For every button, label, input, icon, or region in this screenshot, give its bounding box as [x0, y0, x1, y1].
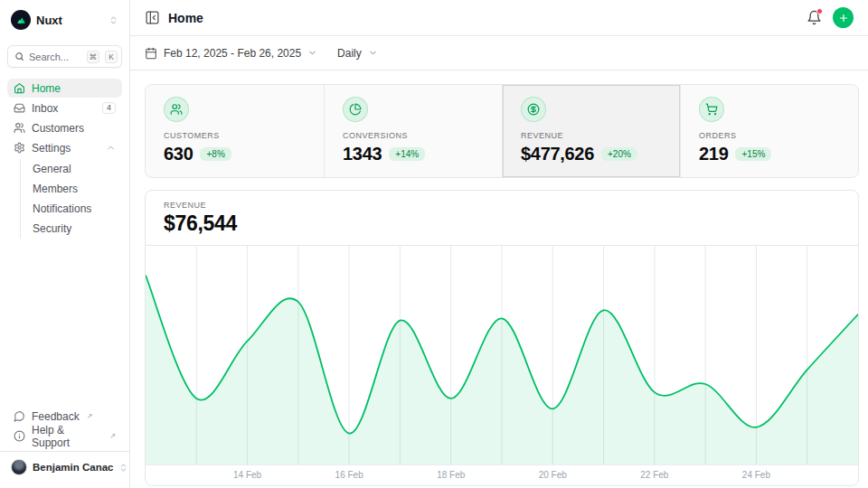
stat-value: 1343 — [343, 144, 382, 164]
stat-label: CUSTOMERS — [164, 131, 306, 140]
chevron-down-icon — [368, 48, 378, 58]
topbar: Home — [130, 0, 868, 36]
gear-icon — [14, 142, 25, 154]
external-link-icon: ↗ — [87, 412, 93, 420]
sidebar-footer: Feedback ↗ Help & Support ↗ Benjamin Can… — [7, 407, 122, 488]
home-icon — [14, 82, 25, 94]
cart-icon — [699, 97, 724, 122]
workspace-name: Nuxt — [36, 14, 62, 27]
stat-value: 630 — [164, 144, 193, 164]
search-input[interactable]: Search... ⌘ K — [7, 45, 122, 68]
stat-value: $477,626 — [521, 144, 594, 164]
workspace-selector[interactable]: Nuxt — [7, 7, 122, 33]
revenue-chart-svg — [146, 246, 858, 465]
x-axis-label: 20 Feb — [539, 470, 567, 480]
add-button[interactable] — [833, 7, 854, 28]
x-axis-label: 24 Feb — [742, 470, 770, 480]
date-range-picker[interactable]: Feb 12, 2025 - Feb 26, 2025 — [145, 47, 317, 60]
dashboard-content: CUSTOMERS 630 +8% CONVERSIONS 1343 +14% — [130, 70, 868, 488]
kbd-cmd: ⌘ — [87, 51, 100, 63]
stat-card-revenue[interactable]: REVENUE $477,626 +20% — [502, 85, 680, 177]
filters-toolbar: Feb 12, 2025 - Feb 26, 2025 Daily — [130, 36, 868, 70]
stat-label: ORDERS — [699, 131, 840, 140]
sidebar-item-general[interactable]: General — [21, 159, 122, 179]
chevron-up-icon — [106, 143, 116, 153]
stat-label: CONVERSIONS — [343, 131, 484, 140]
stat-delta-badge: +20% — [601, 147, 637, 161]
x-axis-label: 18 Feb — [437, 470, 465, 480]
sidebar-item-security[interactable]: Security — [21, 219, 122, 239]
message-icon — [14, 410, 25, 422]
external-link-icon: ↗ — [109, 432, 116, 440]
chevron-down-icon — [307, 48, 317, 58]
calendar-icon — [145, 47, 157, 60]
users-icon — [164, 97, 189, 122]
sidebar-nav: Home Inbox 4 Customers Settings — [7, 79, 122, 239]
x-axis-label: 16 Feb — [335, 470, 363, 480]
footer-link-label: Feedback — [32, 410, 80, 423]
search-placeholder: Search... — [29, 52, 81, 62]
help-support-link[interactable]: Help & Support ↗ — [7, 427, 122, 446]
sidebar-item-members[interactable]: Members — [21, 179, 122, 199]
period-label: Daily — [337, 47, 362, 60]
sidebar-item-customers[interactable]: Customers — [7, 118, 122, 137]
settings-subnav: General Members Notifications Security — [20, 159, 122, 239]
stat-delta-badge: +8% — [200, 147, 231, 161]
stat-card-orders[interactable]: ORDERS 219 +15% — [680, 85, 858, 177]
sidebar-collapse-icon[interactable] — [145, 10, 160, 25]
avatar — [11, 459, 27, 475]
stat-card-customers[interactable]: CUSTOMERS 630 +8% — [146, 85, 324, 177]
sidebar-item-label: Inbox — [32, 102, 58, 115]
x-axis-label: 22 Feb — [640, 470, 668, 480]
notification-dot — [816, 8, 823, 14]
users-icon — [14, 122, 25, 134]
x-axis-label: 14 Feb — [233, 470, 261, 480]
sidebar-item-label: Customers — [32, 122, 84, 135]
chart-metric-label: REVENUE — [164, 201, 840, 210]
sidebar-item-label: Settings — [32, 142, 71, 155]
notifications-button[interactable] — [807, 10, 822, 25]
revenue-chart-card: REVENUE $76,544 14 Feb16 Feb18 Feb20 Feb… — [145, 190, 859, 486]
circle-dollar-icon — [521, 97, 546, 122]
stat-label: REVENUE — [521, 131, 662, 140]
period-select[interactable]: Daily — [337, 47, 378, 60]
inbox-count-badge: 4 — [102, 102, 116, 114]
chevrons-up-down-icon — [108, 15, 118, 25]
sidebar: Nuxt Search... ⌘ K Home — [0, 0, 130, 488]
topbar-actions — [807, 7, 854, 28]
info-icon — [14, 430, 25, 442]
stat-delta-badge: +14% — [389, 147, 425, 161]
user-menu[interactable]: Benjamin Canac — [7, 452, 122, 484]
sidebar-item-inbox[interactable]: Inbox 4 — [7, 99, 122, 117]
date-range-label: Feb 12, 2025 - Feb 26, 2025 — [164, 47, 301, 60]
stats-row: CUSTOMERS 630 +8% CONVERSIONS 1343 +14% — [145, 84, 859, 178]
kbd-k: K — [105, 51, 118, 63]
page-title: Home — [168, 11, 203, 25]
stat-card-conversions[interactable]: CONVERSIONS 1343 +14% — [324, 85, 502, 177]
main-area: Home Feb 12, 2025 - Feb 26, 2025 — [130, 0, 868, 488]
sidebar-item-notifications[interactable]: Notifications — [21, 199, 122, 219]
sidebar-item-settings[interactable]: Settings — [7, 138, 122, 157]
chart-header: REVENUE $76,544 — [146, 191, 858, 246]
chevrons-up-down-icon — [118, 463, 128, 473]
user-name: Benjamin Canac — [33, 462, 113, 473]
sidebar-item-home[interactable]: Home — [7, 79, 122, 98]
nuxt-logo-icon — [11, 10, 31, 30]
inbox-icon — [14, 102, 25, 114]
sidebar-item-label: Home — [32, 82, 61, 95]
chart-metric-value: $76,544 — [164, 211, 840, 236]
app-window: Nuxt Search... ⌘ K Home — [0, 0, 868, 488]
stat-delta-badge: +15% — [735, 147, 771, 161]
footer-link-label: Help & Support — [32, 424, 102, 449]
revenue-area-chart[interactable] — [146, 246, 858, 465]
search-icon — [14, 52, 24, 61]
sidebar-spacer — [7, 239, 122, 407]
chart-pie-icon — [343, 97, 368, 122]
stat-value: 219 — [699, 144, 728, 164]
chart-x-axis: 14 Feb16 Feb18 Feb20 Feb22 Feb24 Feb — [146, 465, 858, 485]
